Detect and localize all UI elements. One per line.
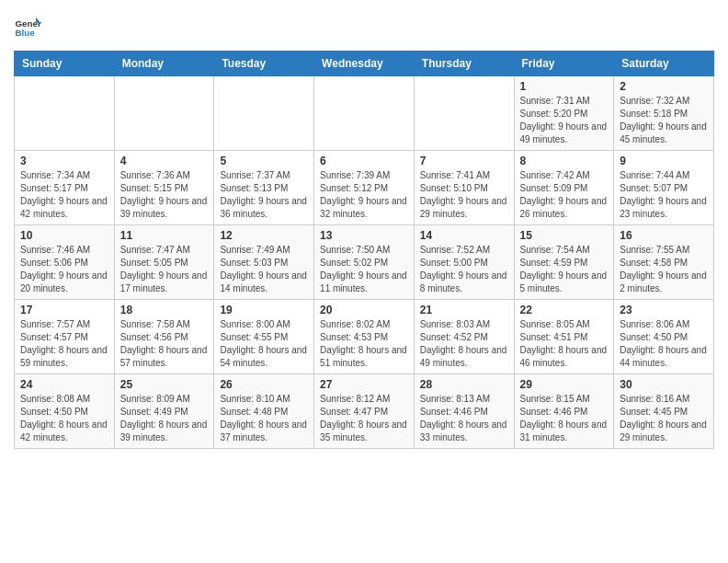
day-info: Sunrise: 7:36 AM Sunset: 5:15 PM Dayligh… — [120, 169, 209, 221]
day-info: Sunrise: 7:54 AM Sunset: 4:59 PM Dayligh… — [520, 244, 609, 295]
day-info: Sunrise: 7:46 AM Sunset: 5:06 PM Dayligh… — [20, 244, 108, 295]
day-cell — [214, 76, 314, 151]
week-row-5: 24Sunrise: 8:08 AM Sunset: 4:50 PM Dayli… — [15, 374, 714, 449]
day-cell: 6Sunrise: 7:39 AM Sunset: 5:12 PM Daylig… — [314, 151, 415, 225]
day-number: 4 — [120, 155, 209, 167]
day-info: Sunrise: 8:08 AM Sunset: 4:50 PM Dayligh… — [20, 393, 108, 444]
day-cell — [314, 76, 415, 151]
logo: General Blue — [14, 14, 45, 41]
day-info: Sunrise: 8:03 AM Sunset: 4:52 PM Dayligh… — [420, 318, 508, 370]
day-number: 15 — [520, 229, 609, 242]
day-number: 10 — [20, 229, 108, 242]
day-info: Sunrise: 7:32 AM Sunset: 5:18 PM Dayligh… — [620, 95, 708, 146]
week-row-3: 10Sunrise: 7:46 AM Sunset: 5:06 PM Dayli… — [15, 225, 714, 300]
day-number: 13 — [320, 229, 408, 242]
day-number: 9 — [620, 155, 708, 167]
day-info: Sunrise: 8:05 AM Sunset: 4:51 PM Dayligh… — [520, 318, 609, 370]
day-cell: 22Sunrise: 8:05 AM Sunset: 4:51 PM Dayli… — [514, 300, 614, 374]
day-cell: 14Sunrise: 7:52 AM Sunset: 5:00 PM Dayli… — [414, 225, 514, 300]
day-number: 16 — [620, 229, 708, 242]
day-cell: 2Sunrise: 7:32 AM Sunset: 5:18 PM Daylig… — [614, 76, 714, 151]
day-info: Sunrise: 7:31 AM Sunset: 5:20 PM Dayligh… — [520, 95, 609, 146]
weekday-header-wednesday: Wednesday — [314, 52, 415, 76]
day-info: Sunrise: 7:39 AM Sunset: 5:12 PM Dayligh… — [320, 169, 408, 221]
day-number: 29 — [520, 378, 609, 391]
day-cell — [15, 76, 115, 151]
day-cell — [114, 76, 214, 151]
day-number: 1 — [520, 80, 609, 93]
day-cell: 16Sunrise: 7:55 AM Sunset: 4:58 PM Dayli… — [614, 225, 714, 300]
day-info: Sunrise: 8:15 AM Sunset: 4:46 PM Dayligh… — [520, 393, 609, 444]
weekday-header-row: SundayMondayTuesdayWednesdayThursdayFrid… — [15, 52, 714, 76]
day-number: 5 — [220, 155, 308, 167]
day-info: Sunrise: 8:00 AM Sunset: 4:55 PM Dayligh… — [220, 318, 308, 370]
day-cell: 10Sunrise: 7:46 AM Sunset: 5:06 PM Dayli… — [15, 225, 115, 300]
day-cell: 20Sunrise: 8:02 AM Sunset: 4:53 PM Dayli… — [314, 300, 415, 374]
day-number: 14 — [420, 229, 508, 242]
day-info: Sunrise: 7:58 AM Sunset: 4:56 PM Dayligh… — [120, 318, 209, 370]
day-cell: 13Sunrise: 7:50 AM Sunset: 5:02 PM Dayli… — [314, 225, 415, 300]
day-number: 6 — [320, 155, 408, 167]
week-row-4: 17Sunrise: 7:57 AM Sunset: 4:57 PM Dayli… — [15, 300, 714, 374]
day-cell: 15Sunrise: 7:54 AM Sunset: 4:59 PM Dayli… — [514, 225, 614, 300]
day-info: Sunrise: 8:10 AM Sunset: 4:48 PM Dayligh… — [220, 393, 308, 444]
day-number: 22 — [520, 304, 609, 316]
day-info: Sunrise: 8:09 AM Sunset: 4:49 PM Dayligh… — [120, 393, 209, 444]
day-number: 26 — [220, 378, 308, 391]
svg-text:Blue: Blue — [16, 28, 36, 38]
day-cell: 7Sunrise: 7:41 AM Sunset: 5:10 PM Daylig… — [414, 151, 514, 225]
day-cell: 25Sunrise: 8:09 AM Sunset: 4:49 PM Dayli… — [114, 374, 214, 449]
day-cell: 27Sunrise: 8:12 AM Sunset: 4:47 PM Dayli… — [314, 374, 415, 449]
day-info: Sunrise: 7:50 AM Sunset: 5:02 PM Dayligh… — [320, 244, 408, 295]
day-number: 18 — [120, 304, 209, 316]
day-number: 2 — [620, 80, 708, 93]
day-cell: 3Sunrise: 7:34 AM Sunset: 5:17 PM Daylig… — [15, 151, 115, 225]
day-cell: 24Sunrise: 8:08 AM Sunset: 4:50 PM Dayli… — [15, 374, 115, 449]
day-info: Sunrise: 7:44 AM Sunset: 5:07 PM Dayligh… — [620, 169, 708, 221]
logo-icon: General Blue — [14, 14, 41, 41]
day-number: 3 — [20, 155, 108, 167]
day-info: Sunrise: 7:41 AM Sunset: 5:10 PM Dayligh… — [420, 169, 508, 221]
day-number: 24 — [20, 378, 108, 391]
day-number: 12 — [220, 229, 308, 242]
day-number: 19 — [220, 304, 308, 316]
header: General Blue — [14, 14, 714, 41]
day-cell: 1Sunrise: 7:31 AM Sunset: 5:20 PM Daylig… — [514, 76, 614, 151]
day-cell: 12Sunrise: 7:49 AM Sunset: 5:03 PM Dayli… — [214, 225, 314, 300]
weekday-header-monday: Monday — [114, 52, 214, 76]
day-info: Sunrise: 7:57 AM Sunset: 4:57 PM Dayligh… — [20, 318, 108, 370]
day-number: 20 — [320, 304, 408, 316]
weekday-header-thursday: Thursday — [414, 52, 514, 76]
day-info: Sunrise: 8:16 AM Sunset: 4:45 PM Dayligh… — [620, 393, 708, 444]
day-info: Sunrise: 7:49 AM Sunset: 5:03 PM Dayligh… — [220, 244, 308, 295]
day-cell: 18Sunrise: 7:58 AM Sunset: 4:56 PM Dayli… — [114, 300, 214, 374]
day-number: 27 — [320, 378, 408, 391]
day-number: 11 — [120, 229, 209, 242]
day-info: Sunrise: 7:37 AM Sunset: 5:13 PM Dayligh… — [220, 169, 308, 221]
weekday-header-tuesday: Tuesday — [214, 52, 314, 76]
day-info: Sunrise: 7:52 AM Sunset: 5:00 PM Dayligh… — [420, 244, 508, 295]
day-number: 17 — [20, 304, 108, 316]
calendar: SundayMondayTuesdayWednesdayThursdayFrid… — [14, 51, 714, 449]
day-cell: 23Sunrise: 8:06 AM Sunset: 4:50 PM Dayli… — [614, 300, 714, 374]
day-info: Sunrise: 8:13 AM Sunset: 4:46 PM Dayligh… — [420, 393, 508, 444]
day-number: 28 — [420, 378, 508, 391]
week-row-2: 3Sunrise: 7:34 AM Sunset: 5:17 PM Daylig… — [15, 151, 714, 225]
day-number: 8 — [520, 155, 609, 167]
weekday-header-sunday: Sunday — [15, 52, 115, 76]
day-info: Sunrise: 7:34 AM Sunset: 5:17 PM Dayligh… — [20, 169, 108, 221]
day-number: 21 — [420, 304, 508, 316]
weekday-header-saturday: Saturday — [614, 52, 714, 76]
day-cell: 9Sunrise: 7:44 AM Sunset: 5:07 PM Daylig… — [614, 151, 714, 225]
day-cell: 11Sunrise: 7:47 AM Sunset: 5:05 PM Dayli… — [114, 225, 214, 300]
day-info: Sunrise: 7:42 AM Sunset: 5:09 PM Dayligh… — [520, 169, 609, 221]
week-row-1: 1Sunrise: 7:31 AM Sunset: 5:20 PM Daylig… — [15, 76, 714, 151]
day-cell: 8Sunrise: 7:42 AM Sunset: 5:09 PM Daylig… — [514, 151, 614, 225]
day-cell: 17Sunrise: 7:57 AM Sunset: 4:57 PM Dayli… — [15, 300, 115, 374]
day-cell: 21Sunrise: 8:03 AM Sunset: 4:52 PM Dayli… — [414, 300, 514, 374]
weekday-header-friday: Friday — [514, 52, 614, 76]
day-cell: 29Sunrise: 8:15 AM Sunset: 4:46 PM Dayli… — [514, 374, 614, 449]
day-cell: 26Sunrise: 8:10 AM Sunset: 4:48 PM Dayli… — [214, 374, 314, 449]
day-number: 23 — [620, 304, 708, 316]
day-cell: 30Sunrise: 8:16 AM Sunset: 4:45 PM Dayli… — [614, 374, 714, 449]
